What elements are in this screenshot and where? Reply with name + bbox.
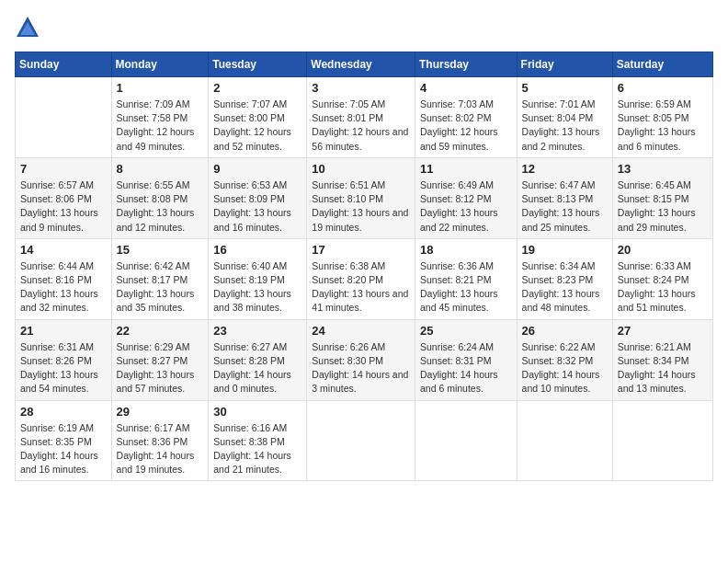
day-info: Sunrise: 6:40 AMSunset: 8:19 PMDaylight:… [213,259,301,316]
day-number: 29 [117,405,204,419]
day-number: 8 [117,162,204,176]
day-info: Sunrise: 6:16 AMSunset: 8:38 PMDaylight:… [213,421,301,477]
day-cell: 9 Sunrise: 6:53 AMSunset: 8:09 PMDayligh… [209,157,307,238]
day-cell: 4 Sunrise: 7:03 AMSunset: 8:02 PMDayligh… [415,77,517,158]
header-cell-wednesday: Wednesday [307,52,415,77]
day-cell [517,400,612,481]
header-cell-friday: Friday [517,52,612,77]
day-cell: 22 Sunrise: 6:29 AMSunset: 8:27 PMDaylig… [111,319,209,400]
day-info: Sunrise: 6:31 AMSunset: 8:26 PMDaylight:… [20,340,107,396]
day-cell: 5 Sunrise: 7:01 AMSunset: 8:04 PMDayligh… [517,77,612,158]
day-cell: 27 Sunrise: 6:21 AMSunset: 8:34 PMDaylig… [612,319,712,400]
day-cell: 23 Sunrise: 6:27 AMSunset: 8:28 PMDaylig… [209,319,307,400]
header-cell-monday: Monday [111,52,209,77]
day-info: Sunrise: 6:33 AMSunset: 8:24 PMDaylight:… [618,259,708,316]
day-info: Sunrise: 6:51 AMSunset: 8:10 PMDaylight:… [312,178,410,235]
day-number: 13 [618,162,708,176]
day-info: Sunrise: 6:36 AMSunset: 8:21 PMDaylight:… [420,259,512,316]
day-info: Sunrise: 7:01 AMSunset: 8:04 PMDaylight:… [522,98,608,154]
day-info: Sunrise: 6:21 AMSunset: 8:34 PMDaylight:… [618,340,708,396]
day-cell: 2 Sunrise: 7:07 AMSunset: 8:00 PMDayligh… [209,77,307,158]
day-cell: 8 Sunrise: 6:55 AMSunset: 8:08 PMDayligh… [111,157,209,238]
day-info: Sunrise: 6:57 AMSunset: 8:06 PMDaylight:… [20,178,107,235]
day-cell: 10 Sunrise: 6:51 AMSunset: 8:10 PMDaylig… [307,157,415,238]
header-cell-tuesday: Tuesday [209,52,307,77]
day-info: Sunrise: 6:47 AMSunset: 8:13 PMDaylight:… [522,178,608,235]
day-info: Sunrise: 7:09 AMSunset: 7:58 PMDaylight:… [117,98,204,154]
day-number: 16 [213,243,301,257]
day-cell: 6 Sunrise: 6:59 AMSunset: 8:05 PMDayligh… [612,77,712,158]
day-number: 10 [312,162,410,176]
calendar-header: SundayMondayTuesdayWednesdayThursdayFrid… [16,52,713,77]
day-number: 25 [420,324,512,338]
day-number: 23 [213,324,301,338]
week-row-2: 7 Sunrise: 6:57 AMSunset: 8:06 PMDayligh… [16,157,713,238]
day-number: 21 [20,324,107,338]
day-info: Sunrise: 6:29 AMSunset: 8:27 PMDaylight:… [117,340,204,396]
header-cell-thursday: Thursday [415,52,517,77]
day-cell: 16 Sunrise: 6:40 AMSunset: 8:19 PMDaylig… [209,238,307,319]
day-info: Sunrise: 6:53 AMSunset: 8:09 PMDaylight:… [213,178,301,235]
day-info: Sunrise: 6:55 AMSunset: 8:08 PMDaylight:… [117,178,204,235]
logo [15,15,44,40]
day-cell: 24 Sunrise: 6:26 AMSunset: 8:30 PMDaylig… [307,319,415,400]
day-cell: 18 Sunrise: 6:36 AMSunset: 8:21 PMDaylig… [415,238,517,319]
day-cell: 1 Sunrise: 7:09 AMSunset: 7:58 PMDayligh… [111,77,209,158]
day-cell [16,77,112,158]
day-info: Sunrise: 6:24 AMSunset: 8:31 PMDaylight:… [420,340,512,396]
calendar-table: SundayMondayTuesdayWednesdayThursdayFrid… [15,52,713,481]
day-number: 12 [522,162,608,176]
week-row-3: 14 Sunrise: 6:44 AMSunset: 8:16 PMDaylig… [16,238,713,319]
day-info: Sunrise: 6:49 AMSunset: 8:12 PMDaylight:… [420,178,512,235]
day-cell: 30 Sunrise: 6:16 AMSunset: 8:38 PMDaylig… [209,400,307,481]
day-number: 30 [213,405,301,419]
day-number: 19 [522,243,608,257]
day-cell: 7 Sunrise: 6:57 AMSunset: 8:06 PMDayligh… [16,157,112,238]
week-row-4: 21 Sunrise: 6:31 AMSunset: 8:26 PMDaylig… [16,319,713,400]
day-number: 9 [213,162,301,176]
day-cell: 26 Sunrise: 6:22 AMSunset: 8:32 PMDaylig… [517,319,612,400]
day-info: Sunrise: 7:05 AMSunset: 8:01 PMDaylight:… [312,98,410,154]
header-row: SundayMondayTuesdayWednesdayThursdayFrid… [16,52,713,77]
day-cell: 17 Sunrise: 6:38 AMSunset: 8:20 PMDaylig… [307,238,415,319]
day-number: 17 [312,243,410,257]
day-cell: 29 Sunrise: 6:17 AMSunset: 8:36 PMDaylig… [111,400,209,481]
header-cell-saturday: Saturday [612,52,712,77]
day-info: Sunrise: 6:17 AMSunset: 8:36 PMDaylight:… [117,421,204,477]
day-cell: 25 Sunrise: 6:24 AMSunset: 8:31 PMDaylig… [415,319,517,400]
day-number: 20 [618,243,708,257]
day-number: 27 [618,324,708,338]
day-info: Sunrise: 6:42 AMSunset: 8:17 PMDaylight:… [117,259,204,316]
day-cell: 11 Sunrise: 6:49 AMSunset: 8:12 PMDaylig… [415,157,517,238]
page-header [15,15,713,40]
day-cell [415,400,517,481]
week-row-1: 1 Sunrise: 7:09 AMSunset: 7:58 PMDayligh… [16,77,713,158]
day-cell [307,400,415,481]
day-cell [612,400,712,481]
day-info: Sunrise: 6:38 AMSunset: 8:20 PMDaylight:… [312,259,410,316]
day-number: 6 [618,81,708,95]
day-cell: 19 Sunrise: 6:34 AMSunset: 8:23 PMDaylig… [517,238,612,319]
day-info: Sunrise: 6:26 AMSunset: 8:30 PMDaylight:… [312,340,410,396]
day-info: Sunrise: 7:07 AMSunset: 8:00 PMDaylight:… [213,98,301,154]
day-cell: 28 Sunrise: 6:19 AMSunset: 8:35 PMDaylig… [16,400,112,481]
day-number: 18 [420,243,512,257]
day-number: 14 [20,243,107,257]
day-number: 26 [522,324,608,338]
day-number: 3 [312,81,410,95]
day-number: 4 [420,81,512,95]
day-info: Sunrise: 6:19 AMSunset: 8:35 PMDaylight:… [20,421,107,477]
calendar-body: 1 Sunrise: 7:09 AMSunset: 7:58 PMDayligh… [16,77,713,481]
week-row-5: 28 Sunrise: 6:19 AMSunset: 8:35 PMDaylig… [16,400,713,481]
day-cell: 21 Sunrise: 6:31 AMSunset: 8:26 PMDaylig… [16,319,112,400]
day-cell: 15 Sunrise: 6:42 AMSunset: 8:17 PMDaylig… [111,238,209,319]
day-cell: 14 Sunrise: 6:44 AMSunset: 8:16 PMDaylig… [16,238,112,319]
day-number: 28 [20,405,107,419]
day-info: Sunrise: 6:34 AMSunset: 8:23 PMDaylight:… [522,259,608,316]
day-cell: 13 Sunrise: 6:45 AMSunset: 8:15 PMDaylig… [612,157,712,238]
day-info: Sunrise: 6:22 AMSunset: 8:32 PMDaylight:… [522,340,608,396]
day-number: 24 [312,324,410,338]
day-cell: 20 Sunrise: 6:33 AMSunset: 8:24 PMDaylig… [612,238,712,319]
day-info: Sunrise: 6:59 AMSunset: 8:05 PMDaylight:… [618,98,708,154]
day-info: Sunrise: 6:45 AMSunset: 8:15 PMDaylight:… [618,178,708,235]
